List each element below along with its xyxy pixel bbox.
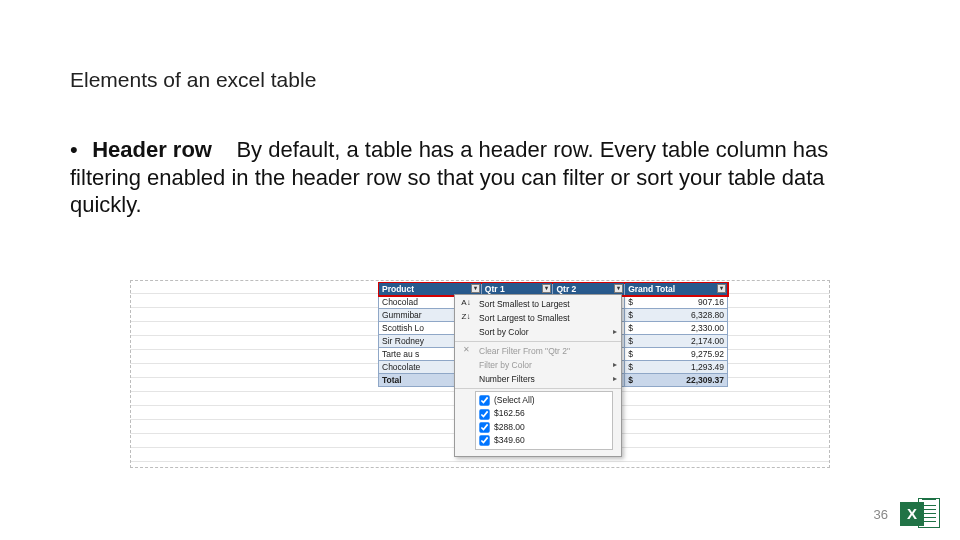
menu-sort-desc[interactable]: Z↓ Sort Largest to Smallest [455,311,621,325]
checkbox[interactable] [479,422,489,432]
checkbox[interactable] [479,435,489,445]
excel-table-screenshot: Product ▾ Qtr 1 ▾ Qtr 2 ▾ Grand Total ▾ … [378,282,718,387]
filter-check-item[interactable]: $349.60 [478,434,610,447]
page-number: 36 [874,507,888,522]
slide: Elements of an excel table • Header row … [0,0,960,540]
filter-dropdown-icon[interactable]: ▾ [471,284,480,293]
menu-sort-by-color[interactable]: Sort by Color ▸ [455,325,621,339]
filter-check-item[interactable]: $162.56 [478,407,610,420]
filter-dropdown-icon[interactable]: ▾ [614,284,623,293]
excel-badge-icon: X [900,502,924,526]
sort-desc-icon: Z↓ [459,312,473,324]
menu-filter-by-color: Filter by Color ▸ [455,358,621,372]
submenu-arrow-icon: ▸ [613,374,617,383]
filter-checklist[interactable]: (Select All) $162.56 $288.00 $349.60 [475,391,613,450]
menu-number-filters[interactable]: Number Filters ▸ [455,372,621,386]
filter-sort-menu: A↓ Sort Smallest to Largest Z↓ Sort Larg… [454,294,622,457]
menu-clear-filter: ✕ Clear Filter From "Qtr 2" [455,344,621,358]
filter-dropdown-icon[interactable]: ▾ [717,284,726,293]
sort-asc-icon: A↓ [459,298,473,310]
menu-sort-asc[interactable]: A↓ Sort Smallest to Largest [455,297,621,311]
filter-dropdown-icon[interactable]: ▾ [542,284,551,293]
filter-check-item[interactable]: (Select All) [478,394,610,407]
col-header-grand-total[interactable]: Grand Total ▾ [625,283,728,296]
checkbox[interactable] [479,396,489,406]
clear-filter-icon: ✕ [459,345,473,357]
checkbox[interactable] [479,409,489,419]
submenu-arrow-icon: ▸ [613,327,617,336]
filter-check-item[interactable]: $288.00 [478,421,610,434]
body-paragraph: • Header row By default, a table has a h… [70,136,890,219]
submenu-arrow-icon: ▸ [613,360,617,369]
excel-logo: X [900,496,940,532]
term-header-row: Header row [92,137,212,162]
bullet: • [70,136,86,164]
slide-title: Elements of an excel table [70,68,316,92]
